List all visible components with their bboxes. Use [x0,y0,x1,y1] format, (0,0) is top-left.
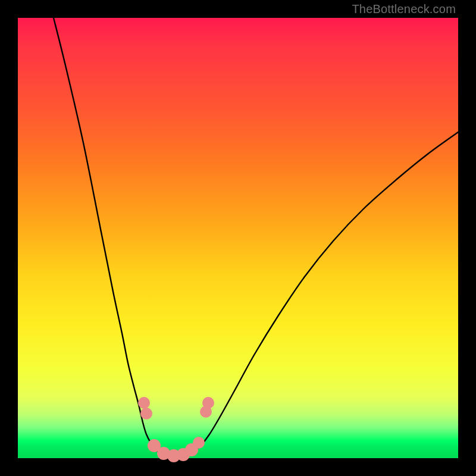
watermark-text: TheBottleneck.com [352,2,456,16]
right-curve [174,132,458,457]
data-marker [202,397,214,409]
data-marker [193,437,205,449]
chart-frame [18,18,458,458]
marker-group [138,397,214,462]
left-curve [54,18,174,457]
chart-svg [18,18,458,458]
data-marker [140,408,152,419]
data-marker [138,397,150,409]
